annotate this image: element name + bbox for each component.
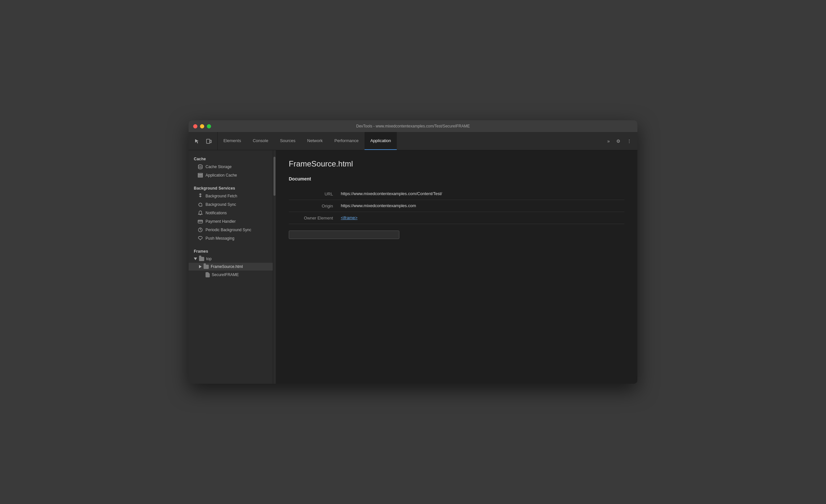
background-sync-icon	[198, 202, 203, 207]
tab-performance[interactable]: Performance	[329, 132, 364, 150]
sidebar-item-frame-framesource[interactable]: FrameSource.html	[189, 263, 273, 270]
sidebar: Cache Cache Storage	[189, 150, 273, 384]
close-button[interactable]	[193, 124, 197, 128]
svg-point-2	[198, 165, 202, 167]
svg-rect-0	[206, 139, 210, 143]
sidebar-item-periodic-background-sync[interactable]: Periodic Background Sync	[189, 226, 273, 234]
sidebar-item-background-sync[interactable]: Background Sync	[189, 200, 273, 209]
info-value-owner-element[interactable]: <iframe>	[341, 215, 625, 220]
device-icon-button[interactable]	[203, 136, 214, 146]
sidebar-item-push-messaging[interactable]: Push Messaging	[189, 234, 273, 243]
titlebar-title: DevTools - www.mixedcontentexamples.com/…	[356, 124, 470, 128]
file-icon-secureiframe	[205, 272, 210, 277]
inspect-icon-button[interactable]	[192, 136, 202, 146]
spacer-2	[189, 243, 273, 247]
periodic-background-sync-icon	[198, 227, 203, 233]
folder-icon-framesource	[203, 265, 209, 269]
sidebar-section-bg-services: Background Services	[189, 183, 273, 192]
page-title: FrameSource.html	[289, 159, 625, 169]
application-cache-icon	[198, 173, 203, 178]
info-value-url: https://www.mixedcontentexamples.com/Con…	[341, 191, 625, 196]
content-panel: FrameSource.html Document URL https://ww…	[276, 150, 637, 384]
toolbar-icon-group	[189, 132, 218, 150]
sidebar-section-cache: Cache	[189, 154, 273, 163]
section-header-document: Document	[289, 176, 625, 181]
info-value-origin: https://www.mixedcontentexamples.com	[341, 203, 625, 208]
svg-rect-3	[198, 173, 202, 174]
info-row-url: URL https://www.mixedcontentexamples.com…	[289, 188, 625, 200]
tab-console[interactable]: Console	[247, 132, 274, 150]
tab-sources[interactable]: Sources	[274, 132, 301, 150]
sidebar-item-payment-handler[interactable]: Payment Handler	[189, 217, 273, 226]
sidebar-scrollbar-thumb[interactable]	[274, 157, 276, 196]
spacer-1	[189, 180, 273, 183]
info-label-origin: Origin	[289, 203, 341, 208]
sidebar-item-frame-secureiframe[interactable]: SecureIFRAME	[189, 270, 273, 279]
sidebar-scrollbar[interactable]	[273, 150, 276, 384]
toolbar-tabs: Elements Console Sources Network Perform…	[218, 132, 601, 150]
svg-rect-4	[198, 175, 202, 176]
sidebar-item-cache-storage[interactable]: Cache Storage	[189, 163, 273, 171]
expand-triangle-icon	[199, 265, 201, 268]
tab-network[interactable]: Network	[301, 132, 329, 150]
folder-icon-top	[199, 257, 204, 261]
toolbar-more-area: » ⚙ ⋮	[601, 132, 637, 150]
payment-handler-icon	[198, 219, 203, 224]
cache-storage-icon	[198, 164, 203, 170]
push-messaging-icon	[198, 236, 203, 241]
info-label-owner-element: Owner Element	[289, 215, 341, 220]
window-controls	[189, 124, 211, 128]
info-label-url: URL	[289, 191, 341, 196]
info-row-owner-element: Owner Element <iframe>	[289, 212, 625, 224]
search-bar[interactable]	[289, 231, 399, 239]
titlebar: DevTools - www.mixedcontentexamples.com/…	[189, 120, 637, 132]
notifications-icon	[198, 210, 203, 215]
collapse-triangle-icon	[194, 257, 197, 260]
minimize-button[interactable]	[200, 124, 204, 128]
background-fetch-icon	[198, 193, 203, 199]
sidebar-item-frame-top[interactable]: top	[189, 255, 273, 263]
maximize-button[interactable]	[207, 124, 211, 128]
sidebar-item-application-cache[interactable]: Application Cache	[189, 171, 273, 180]
more-tabs-button[interactable]: »	[604, 137, 612, 145]
toolbar: Elements Console Sources Network Perform…	[189, 132, 637, 150]
svg-rect-5	[198, 176, 202, 177]
devtools-window: DevTools - www.mixedcontentexamples.com/…	[189, 120, 637, 384]
svg-rect-6	[198, 220, 202, 223]
sidebar-item-notifications[interactable]: Notifications	[189, 209, 273, 217]
settings-button[interactable]: ⚙	[614, 137, 623, 145]
info-row-origin: Origin https://www.mixedcontentexamples.…	[289, 200, 625, 212]
tab-elements[interactable]: Elements	[218, 132, 247, 150]
overflow-menu-button[interactable]: ⋮	[625, 137, 634, 145]
sidebar-section-frames: Frames	[189, 247, 273, 255]
sidebar-item-background-fetch[interactable]: Background Fetch	[189, 192, 273, 200]
main-area: Cache Cache Storage	[189, 150, 637, 384]
tab-application[interactable]: Application	[364, 132, 397, 150]
svg-rect-1	[210, 140, 212, 143]
